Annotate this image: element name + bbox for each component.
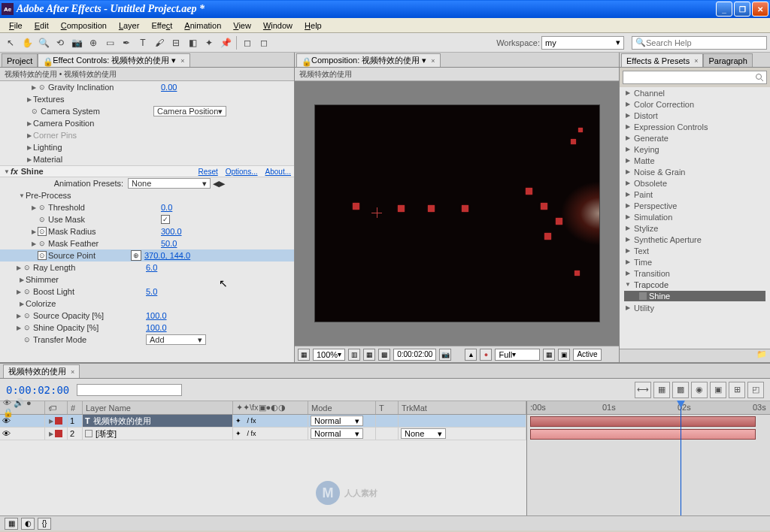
tab-effect-controls[interactable]: 🔒 Effect Controls: 视频特效的使用 ▾ × xyxy=(38,53,189,67)
search-help[interactable]: 🔍 xyxy=(632,36,767,50)
rotate-tool[interactable]: ⟲ xyxy=(53,35,68,50)
close-tab-icon[interactable]: × xyxy=(694,57,698,65)
ep-trapcode[interactable]: ▼Trapcode xyxy=(620,279,770,290)
panbehind-tool[interactable]: ⊕ xyxy=(86,35,101,50)
prop-threshold[interactable]: ▶⊙Threshold0.0 xyxy=(0,201,294,213)
tl-right[interactable]: :00s 01s 02s 03s xyxy=(526,401,770,515)
menu-effect[interactable]: Effect xyxy=(145,20,178,32)
col-av[interactable]: 👁 🔊 ● 🔒 xyxy=(0,401,45,414)
close-tab-icon[interactable]: × xyxy=(431,57,435,65)
ep-stylize[interactable]: ▶Stylize xyxy=(620,222,770,234)
effect-shine-header[interactable]: ▼ fx Shine Reset Options... About... xyxy=(0,165,294,177)
group-colorize[interactable]: ▶Colorize xyxy=(0,298,294,310)
ep-synthetic-aperture[interactable]: ▶Synthetic Aperture xyxy=(620,234,770,245)
col-mode[interactable]: Mode xyxy=(308,401,376,414)
ep-time[interactable]: ▶Time xyxy=(620,256,770,268)
options-link[interactable]: Options... xyxy=(226,168,258,176)
col-trkmat[interactable]: TrkMat xyxy=(399,401,526,414)
eye-icon[interactable]: 👁 xyxy=(2,429,11,438)
group-material[interactable]: ▶Material xyxy=(0,153,294,165)
region-icon[interactable]: ▦ xyxy=(298,349,310,361)
toggle-switches-icon[interactable]: ▦ xyxy=(5,518,18,530)
search-help-input[interactable] xyxy=(646,38,763,47)
zoom-tool[interactable]: 🔍 xyxy=(36,35,51,50)
ep-generate[interactable]: ▶Generate xyxy=(620,132,770,144)
alpha-icon[interactable]: ▲ xyxy=(465,349,477,361)
prop-presets[interactable]: Animation Presets:None▾◀▶ xyxy=(0,177,294,189)
type-tool[interactable]: T xyxy=(135,35,150,50)
next-icon[interactable]: ▶ xyxy=(219,179,225,189)
current-time[interactable]: 0:00:02:00 xyxy=(6,384,69,396)
ep-transition[interactable]: ▶Transition xyxy=(620,268,770,279)
resolution-dropdown[interactable]: Full ▾ xyxy=(495,349,540,361)
camera-tool[interactable]: 📷 xyxy=(69,35,84,50)
current-time-indicator[interactable] xyxy=(681,401,681,515)
layer-bar-2[interactable] xyxy=(530,429,756,440)
color-icon[interactable]: ● xyxy=(480,349,492,361)
layer-1[interactable]: 👁 ▶ 1 T视频特效的使用 ✦ / fx Normal▾ xyxy=(0,415,526,428)
ep-list[interactable]: ▶Channel ▶Color Correction ▶Distort ▶Exp… xyxy=(620,87,770,349)
menu-edit[interactable]: Edit xyxy=(29,20,55,32)
maximize-button[interactable]: ❐ xyxy=(734,2,750,17)
tab-project[interactable]: Project xyxy=(2,53,38,67)
menu-layer[interactable]: Layer xyxy=(113,20,146,32)
ep-distort[interactable]: ▶Distort xyxy=(620,110,770,121)
ep-text[interactable]: ▶Text xyxy=(620,245,770,256)
tab-paragraph[interactable]: Paragraph xyxy=(703,53,752,67)
tl-icon-4[interactable]: ◉ xyxy=(691,382,708,398)
time-display[interactable]: 0:00:02:00 xyxy=(393,349,436,361)
about-link[interactable]: About... xyxy=(265,168,291,176)
prop-ray-length[interactable]: ▶⊙Ray Length6.0 xyxy=(0,261,294,274)
tab-composition[interactable]: 🔒 Composition: 视频特效的使用 ▾ × xyxy=(296,53,441,67)
label-color[interactable] xyxy=(55,430,62,437)
magnification-dropdown[interactable]: 100% ▾ xyxy=(313,349,345,361)
shape-tool[interactable]: ▭ xyxy=(102,35,117,50)
snapshot-icon[interactable]: 📷 xyxy=(439,349,451,361)
menu-file[interactable]: File xyxy=(3,20,29,32)
ep-obsolete[interactable]: ▶Obsolete xyxy=(620,177,770,189)
group-lighting[interactable]: ▶Lighting xyxy=(0,141,294,153)
group-corner-pins[interactable]: ▶Corner Pins xyxy=(0,129,294,141)
prop-use-mask[interactable]: ⊙Use Mask✓ xyxy=(0,213,294,225)
tl-icon-2[interactable]: ▦ xyxy=(653,382,670,398)
ep-shine[interactable]: Shine xyxy=(624,291,765,301)
crosshair-picker[interactable]: ⊕ xyxy=(131,250,141,261)
guides-icon[interactable]: ▦ xyxy=(363,349,375,361)
col-switches[interactable]: ✦✦\fx▣●◐◑ xyxy=(233,401,308,414)
ep-noise-grain[interactable]: ▶Noise & Grain xyxy=(620,166,770,177)
pen-tool[interactable]: ✒ xyxy=(119,35,134,50)
col-label[interactable]: 🏷 xyxy=(45,401,68,414)
tl-icon-7[interactable]: ◰ xyxy=(747,382,764,398)
group-preprocess[interactable]: ▼Pre-Process xyxy=(0,189,294,201)
toggle-modes-icon[interactable]: ◐ xyxy=(21,518,35,530)
source-point-marker[interactable] xyxy=(371,207,382,218)
mask-icon[interactable]: ▩ xyxy=(378,349,390,361)
ep-expression-controls[interactable]: ▶Expression Controls xyxy=(620,121,770,132)
prop-mask-feather[interactable]: ▶⊙Mask Feather50.0 xyxy=(0,237,294,249)
eraser-tool[interactable]: ◧ xyxy=(185,35,200,50)
puppet-tool[interactable]: 📌 xyxy=(218,35,233,50)
col-num[interactable]: # xyxy=(68,401,83,414)
roto-tool[interactable]: ✦ xyxy=(202,35,217,50)
prop-source-point[interactable]: ⊙Source Point⊕370.0, 144.0 xyxy=(0,249,294,261)
prev-icon[interactable]: ◀ xyxy=(213,179,219,189)
ep-channel[interactable]: ▶Channel xyxy=(620,87,770,98)
close-tab-icon[interactable]: × xyxy=(71,368,74,376)
layer-bar-1[interactable] xyxy=(530,416,756,427)
reset-link[interactable]: Reset xyxy=(199,168,218,176)
selection-tool[interactable]: ↖ xyxy=(3,35,18,50)
tl-ruler[interactable]: :00s 01s 02s 03s xyxy=(527,401,770,415)
toolopt-2[interactable]: ◻ xyxy=(256,35,271,50)
ep-perspective[interactable]: ▶Perspective xyxy=(620,200,770,211)
tl-icon-3[interactable]: ▩ xyxy=(672,382,689,398)
prop-mask-radius[interactable]: ▶⊙Mask Radius300.0 xyxy=(0,225,294,237)
menu-composition[interactable]: Composition xyxy=(55,20,113,32)
stopwatch-icon[interactable]: ⊙ xyxy=(38,83,47,92)
clone-tool[interactable]: ⊟ xyxy=(168,35,183,50)
ep-utility[interactable]: ▶Utility xyxy=(620,302,770,313)
group-camera-position[interactable]: ▶Camera Position xyxy=(0,117,294,129)
menu-window[interactable]: Window xyxy=(257,20,299,32)
menu-help[interactable]: Help xyxy=(299,20,328,32)
close-button[interactable]: ✕ xyxy=(752,2,768,17)
ep-simulation[interactable]: ▶Simulation xyxy=(620,211,770,222)
